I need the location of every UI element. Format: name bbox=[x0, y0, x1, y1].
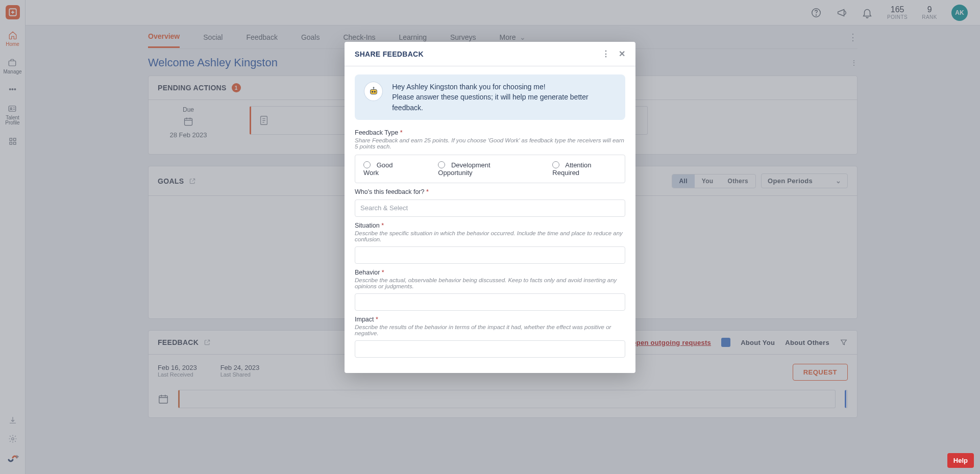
behavior-hint: Describe the actual, observable behavior… bbox=[355, 277, 625, 289]
feedback-type-good-work[interactable]: Good Work bbox=[363, 161, 407, 177]
bot-icon bbox=[364, 82, 383, 101]
close-icon[interactable]: ✕ bbox=[619, 49, 625, 59]
behavior-label: Behavior bbox=[355, 269, 380, 276]
svg-point-19 bbox=[373, 87, 374, 88]
feedback-type-label: Feedback Type bbox=[355, 129, 398, 136]
svg-rect-16 bbox=[370, 89, 377, 94]
assistant-bubble: Hey Ashley Kingston thank you for choosi… bbox=[355, 74, 625, 120]
impact-label: Impact bbox=[355, 316, 374, 323]
situation-input[interactable] bbox=[355, 246, 625, 264]
impact-hint: Describe the results of the behavior in … bbox=[355, 324, 625, 336]
who-label: Who's this feedback for? bbox=[355, 188, 424, 195]
who-search-input[interactable] bbox=[355, 199, 625, 217]
situation-hint: Describe the specific situation in which… bbox=[355, 230, 625, 242]
radio-icon bbox=[363, 161, 371, 168]
feedback-type-dev-opp[interactable]: Development Opportunity bbox=[438, 161, 522, 177]
feedback-type-section: Feedback Type * Share Feedback and earn … bbox=[345, 129, 635, 183]
impact-section: Impact * Describe the results of the beh… bbox=[345, 316, 635, 358]
behavior-input[interactable] bbox=[355, 293, 625, 311]
svg-point-17 bbox=[372, 91, 373, 92]
help-button[interactable]: Help bbox=[947, 453, 974, 468]
situation-label: Situation bbox=[355, 222, 380, 229]
feedback-type-attention[interactable]: Attention Required bbox=[552, 161, 617, 177]
feedback-type-hint: Share Feedback and earn 25 points. If yo… bbox=[355, 137, 625, 149]
modal-kebab-icon[interactable]: ⋮ bbox=[602, 49, 610, 59]
svg-point-18 bbox=[374, 91, 375, 92]
feedback-who-section: Who's this feedback for? * bbox=[345, 188, 635, 217]
behavior-section: Behavior * Describe the actual, observab… bbox=[345, 269, 635, 311]
share-feedback-modal: SHARE FEEDBACK ⋮ ✕ Hey Ashley Kingston t… bbox=[345, 42, 635, 373]
modal-title: SHARE FEEDBACK bbox=[355, 50, 424, 58]
assistant-line2: Please answer these questions; it will h… bbox=[392, 92, 616, 113]
radio-icon bbox=[438, 161, 445, 168]
radio-icon bbox=[552, 161, 559, 168]
assistant-line1: Hey Ashley Kingston thank you for choosi… bbox=[392, 82, 616, 92]
impact-input[interactable] bbox=[355, 340, 625, 358]
situation-section: Situation * Describe the specific situat… bbox=[345, 222, 635, 264]
